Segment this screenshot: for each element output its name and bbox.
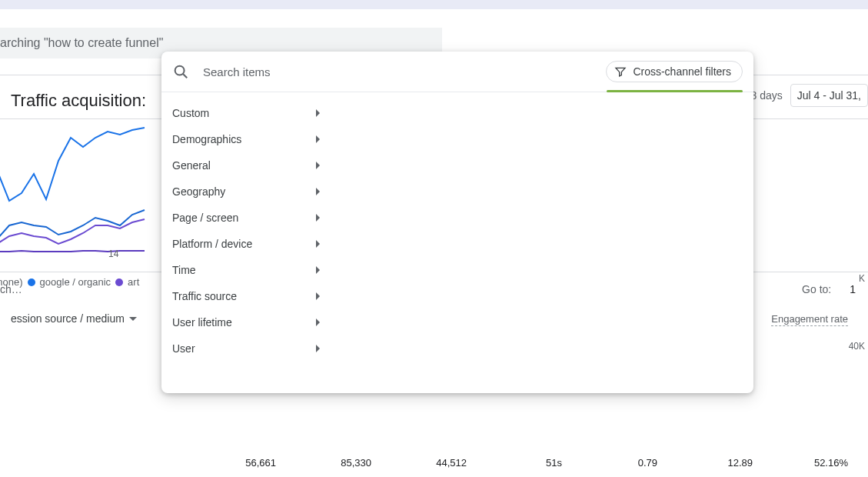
search-table-placeholder[interactable]: ch… [0, 283, 22, 295]
search-hint-text: arching "how to create funnel" [0, 36, 163, 50]
menu-item-label: User [172, 342, 195, 355]
chevron-right-icon [316, 162, 320, 169]
chevron-right-icon [316, 109, 320, 117]
filter-icon [614, 65, 627, 78]
goto-label: Go to: [802, 283, 831, 295]
menu-item-label: Traffic source [172, 290, 237, 302]
menu-item-page-screen[interactable]: Page / screen [161, 205, 338, 231]
chevron-right-icon [316, 240, 320, 248]
cross-channel-filters-button[interactable]: Cross-channel filters [606, 61, 743, 82]
menu-item-label: Demographics [172, 133, 241, 145]
svg-line-1 [183, 74, 187, 78]
cell-value: 52.16% [762, 457, 857, 469]
menu-item-label: Platform / device [172, 238, 252, 250]
table-row: 56,661 85,330 44,512 51s 0.79 12.89 52.1… [0, 454, 868, 472]
cell-value: 56,661 [190, 457, 285, 469]
menu-item-label: General [172, 159, 211, 172]
chart-x-tick: 14 [108, 249, 118, 259]
menu-item-label: Page / screen [172, 212, 238, 224]
search-items-input[interactable] [203, 65, 606, 78]
menu-item-custom[interactable]: Custom [161, 100, 338, 126]
menu-item-platform-device[interactable]: Platform / device [161, 231, 338, 257]
dimension-dropdown[interactable]: ession source / medium [11, 312, 137, 325]
line-chart: 14 [0, 124, 158, 270]
chevron-right-icon [316, 266, 320, 274]
report-title: Traffic acquisition: [11, 91, 146, 111]
dimension-label: ession source / medium [11, 312, 125, 325]
cell-value: 12.89 [667, 457, 762, 469]
chevron-right-icon [316, 214, 320, 222]
menu-item-geography[interactable]: Geography [161, 178, 338, 205]
menu-item-label: Time [172, 264, 196, 276]
chevron-right-icon [316, 319, 320, 326]
menu-item-time[interactable]: Time [161, 257, 338, 283]
dimension-picker-popover: Cross-channel filters CustomDemographics… [161, 52, 753, 393]
menu-item-traffic-source[interactable]: Traffic source [161, 283, 338, 309]
cell-value: 85,330 [285, 457, 381, 469]
cell-value: 51s [476, 457, 571, 469]
cell-value: 44,512 [381, 457, 476, 469]
menu-item-user-lifetime[interactable]: User lifetime [161, 309, 338, 335]
cell-value: 0.79 [571, 457, 667, 469]
chevron-right-icon [316, 292, 320, 300]
chevron-right-icon [316, 135, 320, 143]
menu-item-demographics[interactable]: Demographics [161, 126, 338, 152]
search-icon [172, 63, 189, 80]
chevron-right-icon [316, 345, 320, 352]
goto-page-input[interactable]: 1 [845, 282, 860, 297]
chevron-down-icon [129, 317, 137, 321]
cross-channel-filters-label: Cross-channel filters [633, 65, 731, 78]
date-range-picker[interactable]: Jul 4 - Jul 31, [790, 84, 868, 107]
menu-item-label: Custom [172, 107, 209, 119]
menu-item-label: User lifetime [172, 316, 232, 329]
column-header[interactable]: Engagement rate [762, 312, 857, 339]
annotation-underline [607, 90, 743, 92]
menu-item-user[interactable]: User [161, 335, 338, 362]
svg-point-0 [175, 66, 185, 75]
date-range-text: Jul 4 - Jul 31, [797, 89, 861, 102]
menu-item-general[interactable]: General [161, 152, 338, 178]
menu-item-label: Geography [172, 185, 225, 198]
chevron-right-icon [316, 188, 320, 195]
